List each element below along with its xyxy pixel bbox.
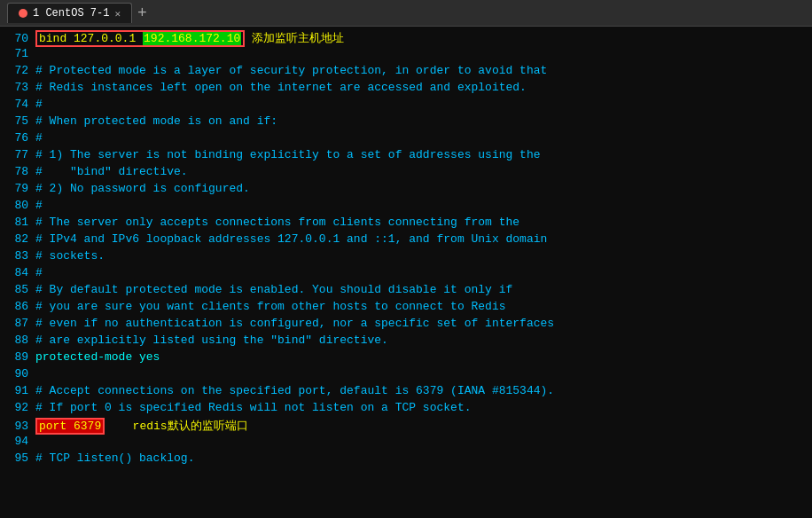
line-91: 91# Accept connections on the specified …: [0, 384, 812, 401]
tab-label: 1 CentOS 7-1: [33, 7, 109, 20]
line-number: 78: [4, 165, 35, 178]
line-number: 74: [4, 98, 35, 111]
line-92: 92# If port 0 is specified Redis will no…: [0, 401, 812, 418]
line-text: # TCP listen() backlog.: [35, 451, 808, 465]
line-number: 84: [4, 266, 35, 279]
line-number: 72: [4, 64, 35, 77]
line-text: # sockets.: [35, 249, 808, 263]
line-number: 86: [4, 300, 35, 313]
line-text: port 6379 redis默认的监听端口: [35, 418, 808, 435]
tab-centos[interactable]: 1 CentOS 7-1 ✕: [7, 3, 132, 23]
line-text: #: [35, 266, 808, 279]
line-text: # are explicitly listed using the "bind"…: [35, 334, 808, 347]
line-text: # The server only accepts connections fr…: [35, 216, 808, 229]
line-number: 81: [4, 216, 35, 229]
line-text: # you are sure you want clients from oth…: [35, 300, 808, 313]
line-text: #: [35, 199, 808, 212]
line-number: 77: [4, 148, 35, 161]
line-71: 71: [0, 47, 812, 64]
line-89: 89protected-mode yes: [0, 350, 812, 367]
line-text: # When protected mode is on and if:: [35, 114, 808, 128]
line-77: 77# 1) The server is not binding explici…: [0, 148, 812, 165]
line-78: 78# "bind" directive.: [0, 165, 812, 182]
title-bar: 1 CentOS 7-1 ✕ +: [0, 0, 812, 27]
line-number: 75: [4, 114, 35, 128]
line-text: # Protected mode is a layer of security …: [35, 64, 808, 77]
line-82: 82# IPv4 and IPv6 loopback addresses 127…: [0, 232, 812, 249]
line-81: 81# The server only accepts connections …: [0, 216, 812, 232]
line-95: 95# TCP listen() backlog.: [0, 451, 812, 468]
tab-dot-icon: [19, 9, 27, 18]
line-70: 70bind 127.0.0.1 192.168.172.10添加监听主机地址: [0, 30, 812, 47]
line-number: 76: [4, 131, 35, 145]
line-text: #: [35, 98, 808, 111]
line-number: 70: [4, 32, 35, 45]
line-text: #: [35, 131, 808, 145]
line-number: 90: [4, 367, 35, 381]
line-88: 88# are explicitly listed using the "bin…: [0, 334, 812, 350]
line-number: 94: [4, 435, 35, 448]
line-87: 87# even if no authentication is configu…: [0, 317, 812, 334]
line-number: 82: [4, 232, 35, 246]
line-79: 79# 2) No password is configured.: [0, 182, 812, 199]
line-83: 83# sockets.: [0, 249, 812, 266]
tab-add-button[interactable]: +: [137, 4, 147, 22]
line-number: 88: [4, 334, 35, 347]
line-text: protected-mode yes: [35, 350, 808, 364]
line-text: # If port 0 is specified Redis will not …: [35, 401, 808, 414]
tab-close-icon[interactable]: ✕: [114, 8, 121, 20]
line-84: 84#: [0, 266, 812, 283]
line-number: 80: [4, 199, 35, 212]
line-73: 73# Redis instances left open on the int…: [0, 81, 812, 98]
line-72: 72# Protected mode is a layer of securit…: [0, 64, 812, 81]
line-number: 85: [4, 283, 35, 296]
line-74: 74#: [0, 98, 812, 114]
line-text: # By default protected mode is enabled. …: [35, 283, 808, 296]
line-number: 79: [4, 182, 35, 195]
port-annotation: redis默认的监听端口: [112, 420, 247, 433]
line-text: # Accept connections on the specified po…: [35, 384, 808, 397]
line-number: 93: [4, 420, 35, 433]
line-80: 80#: [0, 199, 812, 216]
line-75: 75# When protected mode is on and if:: [0, 114, 812, 131]
line-text: bind 127.0.0.1 192.168.172.10添加监听主机地址: [35, 30, 808, 47]
line-number: 87: [4, 317, 35, 330]
line-number: 95: [4, 451, 35, 465]
line-number: 89: [4, 350, 35, 364]
line-number: 73: [4, 81, 35, 94]
line-text: # "bind" directive.: [35, 165, 808, 178]
bind-annotation: 添加监听主机地址: [252, 32, 344, 45]
line-86: 86# you are sure you want clients from o…: [0, 300, 812, 317]
line-text: # IPv4 and IPv6 loopback addresses 127.0…: [35, 232, 808, 246]
line-text: # 2) No password is configured.: [35, 182, 808, 195]
line-text: # 1) The server is not binding explicitl…: [35, 148, 808, 161]
line-number: 91: [4, 384, 35, 397]
line-number: 83: [4, 249, 35, 263]
line-text: # even if no authentication is configure…: [35, 317, 808, 330]
line-number: 92: [4, 401, 35, 414]
line-number: 71: [4, 47, 35, 60]
line-text: # Redis instances left open on the inter…: [35, 81, 808, 94]
line-76: 76#: [0, 131, 812, 148]
line-93: 93port 6379 redis默认的监听端口: [0, 418, 812, 435]
terminal-content: 70bind 127.0.0.1 192.168.172.10添加监听主机地址7…: [0, 27, 812, 518]
line-85: 85# By default protected mode is enabled…: [0, 283, 812, 300]
line-90: 90: [0, 367, 812, 384]
line-94: 94: [0, 435, 812, 451]
